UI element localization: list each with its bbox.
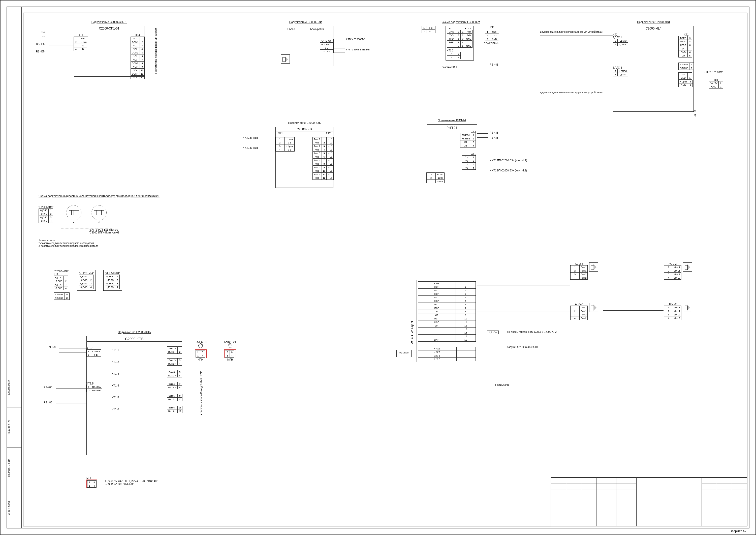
format-label: Формат A2	[731, 529, 746, 533]
cell-inv: ИнВ.N подл	[7, 488, 21, 528]
heading-detectors: Схема подключения адресных извещателей к…	[39, 194, 195, 197]
block-s2000m: Схема подключения С2000-М 10 В2+U XT1.1X…	[421, 20, 500, 61]
block-bki: Подключение С2000-БКИ Сброс Блокировка A…	[278, 20, 334, 66]
cell-sogl: Согласовано	[7, 367, 21, 408]
lamp-icon	[198, 343, 203, 348]
label-l1p: +L1	[41, 31, 45, 33]
heading-kdl: Подключение С2000-КВЛ	[613, 20, 694, 23]
battery-icon: АКБ 12В 7Ач	[396, 350, 412, 357]
block-kpb: Подключение С2000-КПБ С2000-КПБ XT2.1 1+…	[87, 330, 182, 455]
block-bzk: Подключение С2000-БЗК С2000-БЗК XT1XT2 1…	[276, 121, 334, 188]
sp101-rightnote: к автоматике противопожарных систем	[154, 28, 157, 74]
resistor-icon: 4,7 кОм	[487, 330, 499, 334]
title-block	[551, 477, 747, 526]
label-rs2: RS-485	[36, 50, 44, 53]
lamp-icon	[228, 343, 232, 348]
bki-pins: A "RS-485" B"RS-485" 0 В + 12 В	[320, 39, 334, 53]
speaker-icon	[589, 263, 598, 271]
label-l1m: -L1	[41, 35, 44, 37]
speakers-row2: АС-5-21Лин.12Лин.13Лин.24Лин.2 АС-5-21Ли…	[570, 303, 692, 320]
heading-bzk: Подключение С2000-БЗК	[276, 121, 334, 124]
block-rokot: РОКОТ-2 вар.3 СетьПСП1НСП2НСП3ПСП4НСП5НС…	[417, 280, 477, 362]
mpn-legend: МПН 2314 1. диод 150мА 100В КД522А DO-35…	[87, 477, 157, 488]
speakers-row1: АС-2-21Лин.12Лин.13Лин.24Лин.2 АС-2-21Ли…	[570, 263, 692, 280]
heading-bki: Подключение С2000-БКИ	[278, 20, 334, 23]
cell-vzam: Взам.инв. N	[7, 408, 21, 448]
label-rs1: RS-485	[36, 42, 44, 45]
speaker-icon	[683, 303, 692, 312]
speaker-icon	[281, 54, 290, 64]
cell-sign: Подпись и дата	[7, 448, 21, 488]
name-sp101: С2000-СП1-01	[74, 26, 144, 31]
block-detectors: Схема подключения адресных извещателей к…	[39, 194, 195, 247]
schematic-canvas: Подключение С2000-СП-01 С2000-СП1-01 XT1…	[23, 13, 747, 526]
sp101-left-pins: 10 В 2+U осн 3A 4B	[73, 37, 88, 51]
title-block-left: ИнВ.N подл Подпись и дата Взам.инв. N Со…	[7, 7, 22, 528]
heading-kpb: Подключение С2000-КПБ	[87, 330, 182, 334]
detector-icon	[92, 205, 107, 220]
block-rip24: Подключение РИП-24 РИП 24 XT2 RS485A1RS4…	[427, 119, 477, 186]
detector-icon	[66, 205, 81, 220]
heading-sp101: Подключение С2000-СП-01	[74, 20, 145, 23]
block-ipr: "С2000-КВЛ" XT1 +ДПЛС1-ДПЛС2+ДПЛС3-ДПЛС4…	[54, 270, 122, 300]
block-kdl: Подключение С2000-КВЛ С2000-КВЛ XT2 ДПЛС…	[613, 20, 694, 112]
heading-s2000m: Схема подключения С2000-М	[421, 20, 500, 23]
speaker-icon	[589, 303, 598, 312]
block-sp101: Подключение С2000-СП-01 С2000-СП1-01 XT1…	[74, 20, 145, 77]
sp101-right-pins: NC11COM12NO13NC24COM25NO26NC37COM38NO39N…	[130, 37, 145, 79]
blik-lamps: Блик С-24 2314 МПН Блик С-24 2314 МПН	[195, 341, 236, 361]
heading-rip24: Подключение РИП-24	[427, 119, 477, 122]
speaker-icon	[683, 263, 692, 271]
